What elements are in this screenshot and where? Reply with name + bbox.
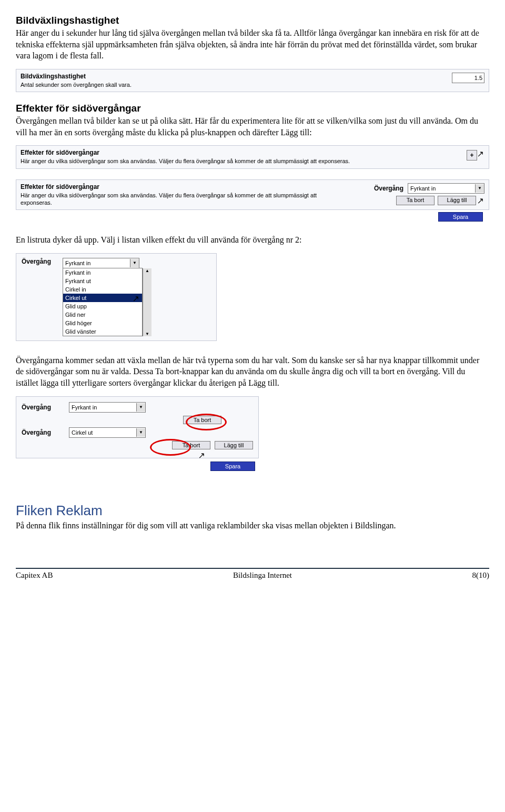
- list-option[interactable]: Cirkel in: [63, 285, 142, 294]
- transition-dropdown[interactable]: Fyrkant in ▼: [408, 183, 484, 194]
- transition1-value: Fyrkant in: [72, 404, 97, 410]
- footer-right: 8(10): [472, 571, 489, 580]
- body-reklam: På denna flik finns inställningar för di…: [16, 520, 489, 532]
- panel-title: Bildväxlingshastighet: [21, 73, 341, 80]
- dropdown-value: Fyrkant in: [410, 185, 436, 192]
- transition-label2: Övergång: [22, 258, 58, 265]
- panel-transition-list: Övergång Fyrkant in ▼ Fyrkant inFyrkant …: [16, 253, 217, 341]
- list-option[interactable]: Cirkel ut: [63, 294, 142, 302]
- add-button[interactable]: Lägg till: [438, 196, 476, 205]
- list-option[interactable]: Glid ner: [63, 310, 142, 319]
- panel-effects-expanded: Effekter för sidövergångar Här anger du …: [16, 179, 489, 210]
- transition-label-r1: Övergång: [22, 404, 64, 411]
- panel-desc: Antal sekunder som övergången skall vara…: [21, 81, 341, 88]
- fx-title: Effekter för sidövergångar: [21, 149, 460, 156]
- cursor-icon: [477, 149, 484, 158]
- chevron-down-icon: ▼: [130, 259, 139, 267]
- footer-left: Capitex AB: [16, 571, 53, 580]
- list-option[interactable]: Glid vänster: [63, 327, 142, 336]
- list-option[interactable]: Glid upp: [63, 302, 142, 310]
- list-option[interactable]: Glid höger: [63, 319, 142, 327]
- transition-listbox[interactable]: Fyrkant inFyrkant utCirkel inCirkel utGl…: [63, 268, 143, 336]
- scrollbar[interactable]: ▲▼: [143, 268, 152, 336]
- transition1-dropdown[interactable]: Fyrkant in ▼: [69, 402, 146, 413]
- speed-input[interactable]: [452, 73, 484, 83]
- transition-label: Övergång: [374, 185, 403, 192]
- body-section3: Övergångarna kommer sedan att växla mell…: [16, 355, 489, 389]
- transition2-dropdown[interactable]: Cirkel ut ▼: [69, 427, 146, 438]
- cursor-icon: [133, 294, 140, 303]
- page-footer: Capitex AB Bildslinga Internet 8(10): [16, 568, 489, 580]
- body-effekter: Övergången mellan två bilder kan se ut p…: [16, 115, 489, 138]
- fx-title2: Effekter för sidövergångar: [21, 183, 341, 191]
- save-button[interactable]: Spara: [438, 212, 483, 222]
- fx-desc: Här anger du vilka sidövergångar som ska…: [21, 157, 460, 165]
- add2-button[interactable]: Lägg till: [215, 441, 253, 449]
- chevron-down-icon: ▼: [475, 184, 484, 193]
- heading-reklam: Fliken Reklam: [16, 503, 489, 519]
- transition-label-r2: Övergång: [22, 429, 64, 436]
- heading-bildvaxling: Bildväxlingshastighet: [16, 15, 489, 26]
- footer-center: Bildslinga Internet: [233, 571, 292, 580]
- dropdown-value2: Fyrkant in: [65, 260, 90, 266]
- chevron-down-icon: ▼: [136, 428, 145, 437]
- mid-text: En listruta dyker då upp. Välj i listan …: [16, 234, 489, 246]
- panel-effects-collapsed: Effekter för sidövergångar Här anger du …: [16, 145, 489, 168]
- transition-dropdown-open[interactable]: Fyrkant in ▼: [63, 258, 139, 268]
- cursor-icon: [477, 196, 484, 205]
- cursor-icon: [198, 450, 206, 460]
- save2-button[interactable]: Spara: [210, 462, 255, 471]
- remove-button[interactable]: Ta bort: [396, 196, 435, 205]
- expand-button[interactable]: +: [467, 150, 477, 161]
- list-option[interactable]: Fyrkant ut: [63, 277, 142, 285]
- panel-bildvaxling: Bildväxlingshastighet Antal sekunder som…: [16, 69, 489, 92]
- highlight-oval-2: [150, 439, 191, 456]
- body-bildvaxling: Här anger du i sekunder hur lång tid sjä…: [16, 27, 489, 62]
- fx-desc2: Här anger du vilka sidövergångar som ska…: [21, 192, 341, 207]
- list-option[interactable]: Fyrkant in: [63, 268, 142, 277]
- transition2-value: Cirkel ut: [72, 429, 93, 436]
- chevron-down-icon: ▼: [136, 403, 145, 412]
- panel-two-transitions: Övergång Fyrkant in ▼ Ta bort Övergång C…: [16, 396, 259, 458]
- highlight-oval-1: [186, 414, 227, 430]
- heading-effekter: Effekter för sidövergångar: [16, 103, 489, 114]
